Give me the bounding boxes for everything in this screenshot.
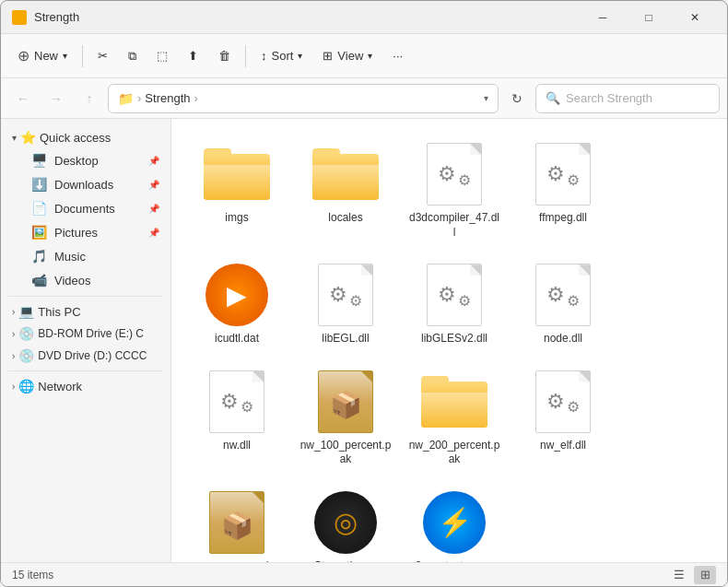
search-placeholder: Search Strength	[566, 91, 652, 105]
address-bar: ← → ↑ 📁 › Strength › ▾ ↻ 🔍 Search Streng…	[1, 78, 727, 119]
sort-label: Sort	[272, 49, 294, 63]
list-item[interactable]: imgs	[186, 134, 288, 247]
dvd-icon: 💿	[18, 348, 34, 363]
sidebar-divider-2	[8, 370, 163, 371]
file-name: nw_200_percent.pak	[408, 439, 500, 467]
play-circle-icon: ▶	[205, 264, 268, 326]
music-icon: 🎵	[30, 249, 47, 264]
path-folder-icon: 📁	[118, 91, 134, 106]
quick-access-label: Quick access	[40, 131, 111, 145]
file-area: imgs locales ⚙	[171, 119, 727, 562]
cut-button[interactable]: ✂	[88, 40, 117, 73]
list-item[interactable]: ⚡ v8_context_snapshot.bin	[404, 482, 505, 562]
bdrom-icon: 💿	[18, 326, 34, 341]
dll-d3d-icon: ⚙ ⚙	[421, 141, 487, 207]
forward-button[interactable]: →	[41, 84, 71, 113]
bdrom-chevron-icon: ›	[12, 329, 15, 339]
this-pc-label: This PC	[38, 305, 80, 319]
dll-libgles-icon: ⚙ ⚙	[421, 262, 487, 328]
list-item[interactable]: locales	[295, 134, 396, 247]
list-item[interactable]: Strength.exe	[295, 482, 396, 562]
address-path[interactable]: 📁 › Strength › ▾	[108, 84, 499, 113]
list-view-button[interactable]: ☰	[668, 566, 690, 584]
list-item[interactable]: ⚙ ⚙ nw.dll	[186, 361, 288, 475]
dll-libegl-icon: ⚙ ⚙	[312, 262, 379, 328]
file-name: d3dcompiler_47.dll	[408, 211, 500, 240]
more-button[interactable]: ···	[383, 40, 412, 73]
file-name: Strength.exe	[314, 559, 377, 562]
sidebar-item-pictures[interactable]: 🖼️ Pictures 📌	[5, 220, 167, 244]
paste-button[interactable]: ⬚	[147, 40, 177, 73]
view-chevron-icon: ▾	[368, 51, 372, 61]
folder-pak-nw200-icon	[421, 369, 487, 435]
sidebar-item-music[interactable]: 🎵 Music	[5, 244, 167, 268]
lightning-circle-icon: ⚡	[423, 491, 486, 554]
toolbar: ⊕ New ▾ ✂ ⧉ ⬚ ⬆ 🗑 ↕ Sort ▾ ⊞ View ▾ ···	[1, 34, 727, 78]
list-item[interactable]: 📦 nw_100_percent.pak	[295, 361, 396, 475]
network-icon: 🌐	[18, 379, 34, 393]
bdrom-label: BD-ROM Drive (E:) C	[38, 327, 144, 340]
grid-view-button[interactable]: ⊞	[694, 566, 716, 584]
sort-button[interactable]: ↕ Sort ▾	[252, 40, 311, 73]
list-item[interactable]: ⚙ ⚙ d3dcompiler_47.dll	[404, 134, 505, 247]
list-item[interactable]: ⚙ ⚙ libEGL.dll	[295, 254, 396, 354]
list-item[interactable]: ⚙ ⚙ node.dll	[512, 254, 614, 354]
view-label: View	[337, 49, 363, 63]
documents-pin-icon: 📌	[148, 204, 159, 214]
close-button[interactable]: ✕	[674, 3, 716, 32]
sidebar-dvd-header[interactable]: › 💿 DVD Drive (D:) CCCC	[5, 345, 167, 367]
file-name: libEGL.dll	[322, 332, 369, 346]
file-name: node.dll	[544, 332, 582, 346]
list-item[interactable]: ▶ icudtl.dat	[186, 254, 288, 354]
app-icon	[12, 10, 27, 25]
sidebar-documents-label: Documents	[54, 202, 141, 216]
sidebar-divider-1	[8, 296, 163, 297]
sidebar-quick-access-header[interactable]: ▾ ⭐ Quick access	[5, 126, 167, 148]
toolbar-sep-1	[82, 45, 83, 67]
back-button[interactable]: ←	[8, 84, 38, 113]
up-button[interactable]: ↑	[75, 84, 104, 113]
sidebar-item-videos[interactable]: 📹 Videos	[5, 268, 167, 292]
view-button[interactable]: ⊞ View ▾	[313, 40, 382, 73]
search-box[interactable]: 🔍 Search Strength	[535, 84, 720, 113]
list-item[interactable]: ⚙ ⚙ libGLESv2.dll	[404, 254, 505, 354]
paste-icon: ⬚	[157, 49, 168, 63]
pictures-icon: 🖼️	[30, 225, 47, 240]
strength-exe-circle-icon	[314, 491, 377, 554]
new-icon: ⊕	[18, 47, 29, 65]
sidebar-this-pc-header[interactable]: › 💻 This PC	[5, 300, 167, 323]
path-separator-2: ›	[194, 91, 198, 105]
delete-button[interactable]: 🗑	[209, 40, 240, 73]
sidebar-item-documents[interactable]: 📄 Documents 📌	[5, 196, 167, 220]
sidebar-item-downloads[interactable]: ⬇️ Downloads 📌	[5, 172, 167, 196]
maximize-button[interactable]: □	[628, 3, 670, 32]
file-name: icudtl.dat	[215, 332, 259, 346]
minimize-button[interactable]: ─	[581, 3, 624, 32]
file-name: locales	[328, 211, 362, 226]
sidebar-item-desktop[interactable]: 🖥️ Desktop 📌	[5, 148, 167, 172]
list-item[interactable]: nw_200_percent.pak	[404, 361, 505, 475]
path-segment-strength: Strength	[145, 91, 190, 105]
new-button[interactable]: ⊕ New ▾	[8, 40, 76, 73]
share-button[interactable]: ⬆	[179, 40, 207, 73]
new-chevron-icon: ▾	[63, 51, 67, 61]
refresh-button[interactable]: ↻	[502, 84, 532, 113]
file-name: nw_elf.dll	[540, 439, 586, 453]
this-pc-icon: 💻	[18, 304, 34, 319]
quick-access-star-icon: ⭐	[20, 130, 36, 145]
list-item[interactable]: ⚙ ⚙ ffmpeg.dll	[512, 134, 614, 247]
downloads-pin-icon: 📌	[148, 180, 159, 190]
sidebar-bdrom-header[interactable]: › 💿 BD-ROM Drive (E:) C	[5, 323, 167, 345]
copy-button[interactable]: ⧉	[119, 40, 146, 73]
list-item[interactable]: 📦 resources.pak	[186, 482, 288, 562]
file-name: nw.dll	[223, 439, 251, 453]
sidebar-network-header[interactable]: › 🌐 Network	[5, 375, 167, 397]
toolbar-sep-2	[245, 45, 246, 67]
sidebar-pictures-label: Pictures	[54, 226, 141, 240]
exe-strength-icon	[312, 489, 379, 556]
file-name: libGLESv2.dll	[421, 332, 487, 346]
copy-icon: ⧉	[128, 49, 136, 64]
new-label: New	[34, 49, 58, 63]
file-grid: imgs locales ⚙	[186, 134, 712, 562]
list-item[interactable]: ⚙ ⚙ nw_elf.dll	[512, 361, 614, 475]
